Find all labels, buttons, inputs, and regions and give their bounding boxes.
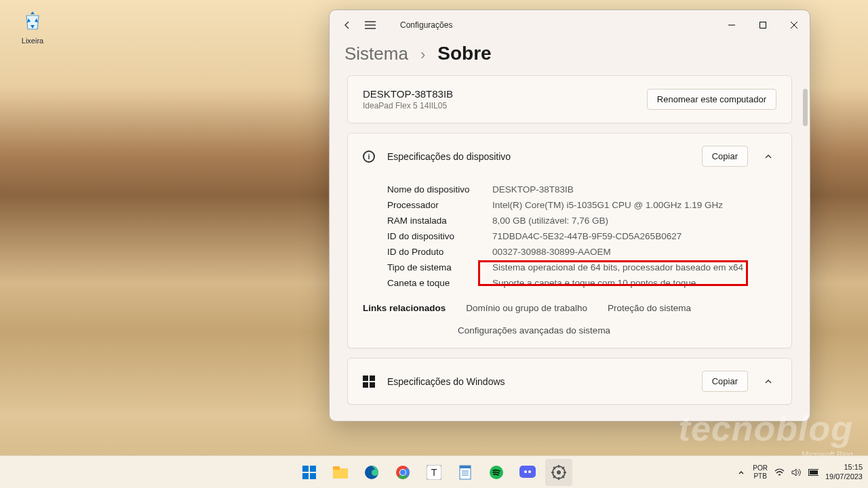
scrollbar-thumb[interactable] — [803, 89, 808, 126]
recycle-bin-label: Lixeira — [22, 37, 43, 45]
device-specs-card: i Especificações do dispositivo Copiar N… — [347, 133, 792, 348]
svg-rect-4 — [310, 473, 316, 479]
recycle-bin[interactable]: Lixeira — [12, 8, 53, 45]
svg-point-22 — [557, 470, 561, 474]
breadcrumb-about: Sobre — [437, 43, 491, 64]
device-name: DESKTOP-38T83IB — [363, 88, 453, 100]
copy-device-specs-button[interactable]: Copiar — [702, 146, 748, 167]
start-button[interactable] — [296, 459, 323, 486]
watermark-tecnoblog: tecnoblog — [679, 408, 853, 449]
titlebar: Configurações — [330, 10, 810, 40]
annotation-highlight — [478, 260, 748, 286]
window-title: Configurações — [400, 20, 452, 30]
windows-specs-title: Especificações do Windows — [387, 376, 690, 387]
tray-clock[interactable]: 15:1519/07/2023 — [825, 463, 863, 481]
svg-rect-16 — [460, 466, 471, 468]
breadcrumb-system[interactable]: Sistema — [344, 43, 408, 64]
svg-rect-5 — [333, 468, 348, 479]
taskbar-notepad[interactable] — [452, 459, 479, 486]
settings-window: Configurações Sistema › Sobre DESKTOP-38… — [329, 9, 810, 422]
system-tray: PORPTB 15:1519/07/2023 — [736, 463, 863, 481]
battery-icon[interactable] — [808, 467, 818, 477]
device-specs-title: Especificações do dispositivo — [387, 151, 690, 162]
recycle-bin-icon — [20, 8, 45, 34]
svg-rect-6 — [333, 466, 340, 470]
info-icon: i — [363, 150, 375, 163]
link-domain-workgroup[interactable]: Domínio ou grupo de trabalho — [466, 303, 587, 313]
rename-pc-button[interactable]: Renomear este computador — [647, 89, 776, 110]
svg-rect-0 — [760, 22, 766, 28]
device-card: DESKTOP-38T83IB IdeaPad Flex 5 14IIL05 R… — [347, 75, 792, 123]
taskbar-spotify[interactable] — [483, 459, 510, 486]
svg-text:T: T — [431, 467, 437, 478]
volume-icon[interactable] — [791, 467, 802, 477]
svg-rect-24 — [810, 470, 818, 474]
close-button[interactable] — [778, 14, 810, 36]
hamburger-menu-button[interactable] — [365, 20, 376, 30]
collapse-windows-specs[interactable] — [760, 373, 776, 390]
svg-point-12 — [400, 470, 406, 475]
device-model: IdeaPad Flex 5 14IIL05 — [363, 101, 453, 110]
wifi-icon[interactable] — [774, 467, 785, 477]
windows-specs-card: Especificações do Windows Copiar — [347, 358, 792, 405]
windows-icon — [363, 375, 375, 388]
tray-language[interactable]: PORPTB — [753, 464, 768, 481]
taskbar-app-t[interactable]: T — [420, 459, 448, 486]
taskbar-discord[interactable] — [514, 459, 541, 486]
svg-point-20 — [528, 470, 531, 473]
svg-rect-2 — [310, 466, 316, 472]
svg-point-19 — [524, 470, 527, 473]
taskbar-chrome[interactable] — [389, 459, 416, 486]
link-advanced-system-settings[interactable]: Configurações avançadas do sistema — [458, 325, 776, 336]
minimize-button[interactable] — [716, 14, 747, 36]
content-scroll[interactable]: DESKTOP-38T83IB IdeaPad Flex 5 14IIL05 R… — [330, 75, 810, 421]
svg-rect-3 — [302, 473, 309, 479]
taskbar: T PORPTB 15:1519/07/2023 — [0, 455, 868, 488]
link-system-protection[interactable]: Proteção do sistema — [608, 303, 691, 313]
taskbar-edge[interactable] — [358, 459, 385, 486]
svg-rect-1 — [302, 466, 309, 472]
related-links-label: Links relacionados — [363, 303, 446, 313]
taskbar-settings[interactable] — [545, 459, 572, 486]
svg-rect-18 — [519, 466, 536, 478]
taskbar-file-explorer[interactable] — [327, 459, 354, 486]
breadcrumb: Sistema › Sobre — [330, 40, 810, 75]
back-button[interactable] — [342, 20, 353, 30]
collapse-device-specs[interactable] — [760, 148, 776, 165]
copy-windows-specs-button[interactable]: Copiar — [702, 371, 748, 392]
breadcrumb-separator: › — [420, 46, 425, 64]
tray-overflow[interactable] — [736, 467, 746, 477]
maximize-button[interactable] — [747, 14, 778, 36]
